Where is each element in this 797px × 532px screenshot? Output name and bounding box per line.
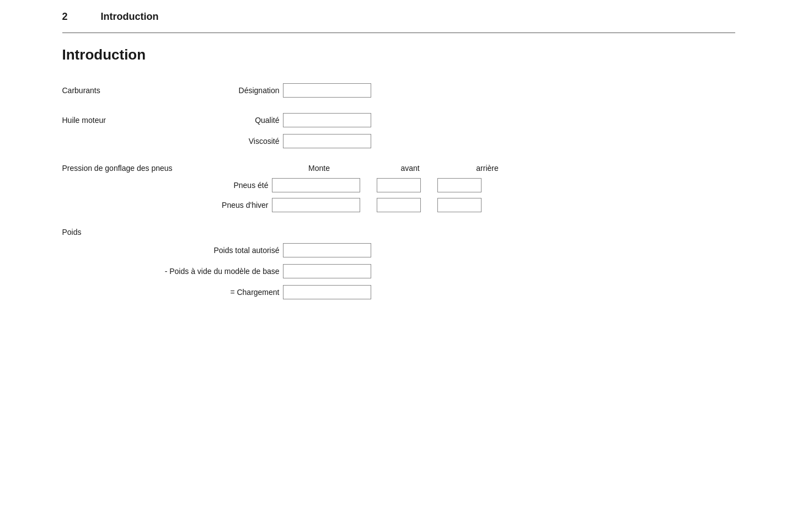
pneus-ete-row: Pneus été (62, 178, 735, 192)
pneus-hiver-avant-input[interactable] (377, 198, 421, 212)
pneus-hiver-arriere-input[interactable] (437, 198, 482, 212)
designation-field-group: Désignation (217, 83, 735, 98)
poids-chargement-row: = Chargement (62, 285, 735, 299)
poids-total-label: Poids total autorisé (62, 246, 283, 255)
pneus-hiver-fields: Pneus d'hiver (217, 198, 498, 212)
pression-section: Pression de gonflage des pneus Monte ava… (62, 164, 735, 212)
poids-vide-label: - Poids à vide du modèle de base (62, 267, 283, 276)
col-arriere-header: arrière (457, 164, 518, 173)
carburants-label: Carburants (62, 86, 217, 95)
header-title: Introduction (101, 11, 159, 23)
chargement-label: = Chargement (62, 288, 283, 297)
huile-moteur-section: Huile moteur Qualité Viscosité (62, 113, 735, 148)
pneus-hiver-row: Pneus d'hiver (62, 198, 735, 212)
huile-moteur-label: Huile moteur (62, 116, 217, 125)
viscosite-label: Viscosité (217, 137, 283, 146)
poids-section: Poids Poids total autorisé - Poids à vid… (62, 228, 735, 299)
poids-vide-input[interactable] (283, 264, 371, 278)
pneus-ete-monte-input[interactable] (272, 178, 360, 192)
pneus-ete-label: Pneus été (217, 181, 272, 190)
col-monte-header: Monte (275, 164, 363, 173)
pression-left-label: Pression de gonflage des pneus (62, 164, 217, 173)
page-header: 2 Introduction (62, 11, 735, 28)
col-avant-header: avant (380, 164, 441, 173)
pneus-hiver-monte-input[interactable] (272, 198, 360, 212)
pneus-ete-fields: Pneus été (217, 178, 498, 192)
viscosite-input[interactable] (283, 134, 371, 148)
qualite-row: Huile moteur Qualité (62, 113, 735, 127)
chargement-input[interactable] (283, 285, 371, 299)
pneus-ete-avant-input[interactable] (377, 178, 421, 192)
viscosite-field-group: Viscosité (217, 134, 735, 148)
viscosite-row: Viscosité (62, 134, 735, 148)
carburants-section: Carburants Désignation (62, 83, 735, 98)
pneus-hiver-label: Pneus d'hiver (217, 201, 272, 209)
pneus-ete-arriere-input[interactable] (437, 178, 482, 192)
carburants-designation-row: Carburants Désignation (62, 83, 735, 98)
qualite-label: Qualité (217, 116, 283, 125)
header-divider (62, 33, 735, 33)
poids-label: Poids (62, 228, 82, 237)
designation-input[interactable] (283, 83, 371, 98)
page-number: 2 (62, 11, 68, 23)
poids-total-input[interactable] (283, 243, 371, 257)
pression-header-row: Pression de gonflage des pneus Monte ava… (62, 164, 735, 173)
poids-header-row: Poids (62, 228, 735, 237)
designation-label: Désignation (217, 86, 283, 95)
qualite-field-group: Qualité (217, 113, 735, 127)
qualite-input[interactable] (283, 113, 371, 127)
section-title: Introduction (62, 46, 735, 63)
poids-vide-row: - Poids à vide du modèle de base (62, 264, 735, 278)
poids-total-row: Poids total autorisé (62, 243, 735, 257)
